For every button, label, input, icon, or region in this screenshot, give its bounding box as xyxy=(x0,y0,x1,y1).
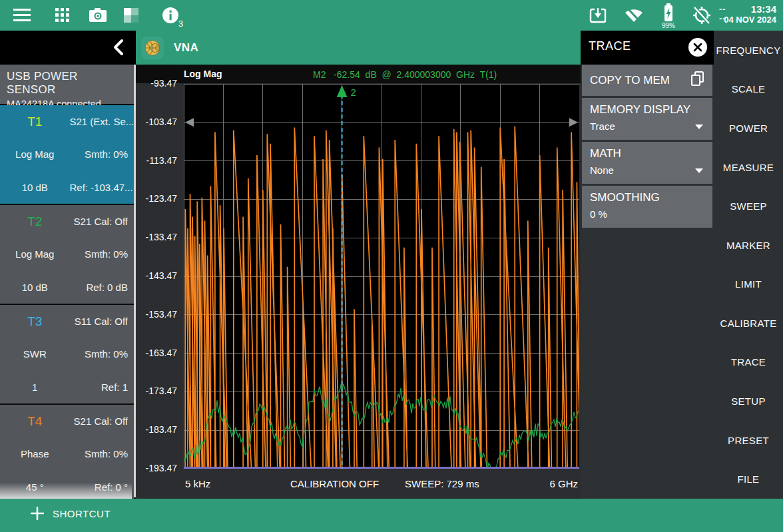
info-icon[interactable] xyxy=(162,7,179,27)
trace-param-label: S21 (Ext. Se... xyxy=(70,116,134,127)
save-screenshot-icon[interactable] xyxy=(589,7,607,27)
trace-t1-line xyxy=(185,127,579,469)
sidebar-header xyxy=(0,31,136,65)
memory-display-label: MEMORY DISPLAY xyxy=(590,103,704,117)
battery-percent: 99% xyxy=(662,22,675,29)
trace-format-label: Log Mag xyxy=(0,148,70,160)
trace-card-t3[interactable]: T3 S11 Cal: Off SWR Smth: 0% 1 Ref: 1 xyxy=(0,305,134,403)
add-shortcut-button[interactable]: SHORTCUT xyxy=(31,507,111,520)
trace-ref-label: Ref: 0 dB xyxy=(70,282,134,293)
app-header: VNA xyxy=(136,31,581,65)
menu-item-trace[interactable]: TRACE xyxy=(714,343,783,382)
trace-card-t1[interactable]: T1 S21 (Ext. Se... Log Mag Smth: 0% 10 d… xyxy=(0,105,134,204)
app-title: VNA xyxy=(174,41,198,55)
start-frequency-label: 5 kHz xyxy=(185,478,210,489)
copy-icon xyxy=(690,71,704,90)
ref-level-arrow-left xyxy=(185,118,194,127)
math-label: MATH xyxy=(590,147,704,160)
ref-level-arrow-right xyxy=(569,118,578,127)
smoothing-field[interactable]: SMOOTHING 0 % xyxy=(582,186,712,228)
menu-item-frequency[interactable]: FREQUENCY xyxy=(714,31,783,70)
menu-item-marker[interactable]: MARKER xyxy=(714,226,783,265)
trace-scale-label: 10 dB xyxy=(0,182,70,193)
math-value: None xyxy=(590,164,704,176)
hamburger-menu-icon[interactable] xyxy=(13,9,31,25)
trace-id-label: T4 xyxy=(0,414,70,429)
trace-smoothing-label: Smth: 0% xyxy=(70,348,134,360)
copy-to-mem-button[interactable]: COPY TO MEM xyxy=(582,65,712,96)
smoothing-label: SMOOTHING xyxy=(590,191,704,204)
trace-smoothing-label: Smth: 0% xyxy=(70,148,134,160)
shortcut-label: SHORTCUT xyxy=(53,508,111,519)
trace-format-label: Phase xyxy=(0,448,70,459)
chevron-down-icon xyxy=(695,168,703,173)
format-label: Log Mag xyxy=(184,69,222,79)
menu-item-preset[interactable]: PRESET xyxy=(714,421,783,460)
vna-main-area: VNA Log Mag M2 -62.54 dB @ 2.400003000 G… xyxy=(136,31,581,499)
trace-card-t2[interactable]: T2 S21 Cal: Off Log Mag Smth: 0% 10 dB R… xyxy=(0,205,134,304)
collapse-sidebar-icon[interactable] xyxy=(112,39,127,59)
trace-panel-title: TRACE xyxy=(589,39,631,53)
math-dropdown[interactable]: MATH None xyxy=(582,142,712,184)
trace-settings-panel: TRACE COPY TO MEM MEMORY DISPLAY Trace M… xyxy=(581,31,714,499)
marker-m2-flag[interactable] xyxy=(337,85,348,97)
apps-grid-icon[interactable] xyxy=(55,8,69,25)
plus-icon xyxy=(31,507,44,520)
trace-id-label: T3 xyxy=(0,314,70,329)
notification-count-badge: 3 xyxy=(178,19,183,29)
menu-item-calibrate[interactable]: CALIBRATE xyxy=(714,304,783,343)
trace-param-label: S11 Cal: Off xyxy=(70,316,134,327)
trace-param-label: S21 Cal: Off xyxy=(70,216,134,227)
trace-scale-label: 1 xyxy=(0,382,70,393)
usb-power-sensor-card: USB POWER SENSOR MA24218A connected xyxy=(0,65,134,104)
wifi-off-icon[interactable] xyxy=(623,7,645,26)
y-axis-tick-label: -113.47 xyxy=(136,155,177,166)
copy-to-mem-label: COPY TO MEM xyxy=(590,74,670,87)
marker-m2-number: 2 xyxy=(351,87,356,98)
close-panel-icon[interactable] xyxy=(688,38,707,57)
trace-id-label: T2 xyxy=(0,214,70,229)
trace-sidebar: USB POWER SENSOR MA24218A connected T1 S… xyxy=(0,31,136,499)
bottom-bar: SHORTCUT xyxy=(0,499,783,532)
stop-frequency-label: 6 GHz xyxy=(549,478,578,489)
trace-format-label: SWR xyxy=(0,348,70,360)
chart-footer: 5 kHz CALIBRATION OFF SWEEP: 729 ms 6 GH… xyxy=(136,469,581,499)
menu-item-scale[interactable]: SCALE xyxy=(714,70,783,109)
vna-app-icon[interactable] xyxy=(141,37,164,59)
marker-readout: M2 -62.54 dB @ 2.400003000 GHz T(1) xyxy=(313,69,497,80)
y-axis-tick-label: -163.47 xyxy=(136,348,177,358)
menu-item-sweep[interactable]: SWEEP xyxy=(714,186,783,226)
menu-item-power[interactable]: POWER xyxy=(714,109,783,148)
trace-ref-label: Ref: 1 xyxy=(70,382,134,393)
trace-format-label: Log Mag xyxy=(0,248,70,260)
display-checker-icon[interactable] xyxy=(124,8,138,25)
y-axis-tick-label: -123.47 xyxy=(136,193,177,204)
battery-icon[interactable]: 99% xyxy=(662,3,675,29)
y-axis-tick-label: -153.47 xyxy=(136,309,177,320)
smoothing-value: 0 % xyxy=(590,208,704,220)
chevron-down-icon xyxy=(695,125,703,129)
trace-panel-header: TRACE xyxy=(581,31,714,65)
gps-off-icon[interactable] xyxy=(691,5,712,29)
y-axis-tick-label: -133.47 xyxy=(136,232,177,242)
sidebar-scroll-fade xyxy=(0,483,132,499)
trace-param-label: S21 Cal: Off xyxy=(70,415,134,427)
menu-item-setup[interactable]: SETUP xyxy=(714,382,783,421)
usb-sensor-title: USB POWER SENSOR xyxy=(7,70,127,97)
top-status-bar: 3 99% -- xyxy=(0,0,783,31)
y-axis-tick-label: -173.47 xyxy=(136,386,177,396)
chart-plot[interactable]: 2 xyxy=(184,84,579,469)
menu-item-limit[interactable]: LIMIT xyxy=(714,264,783,304)
camera-screenshot-icon[interactable] xyxy=(89,7,109,26)
menu-item-measure[interactable]: MEASURE xyxy=(714,148,783,187)
calibration-status-label: CALIBRATION OFF xyxy=(290,478,379,489)
memory-display-dropdown[interactable]: MEMORY DISPLAY Trace xyxy=(582,98,712,140)
y-axis-tick-label: -183.47 xyxy=(136,424,177,435)
menu-item-file[interactable]: FILE xyxy=(714,459,783,499)
y-axis-tick-label: -93.47 xyxy=(136,78,177,89)
clock: 13:34 04 NOV 2024 xyxy=(724,3,776,25)
main-menu-column: FREQUENCYSCALEPOWERMEASURESWEEPMARKERLIM… xyxy=(714,31,783,499)
chart-format-bar: Log Mag M2 -62.54 dB @ 2.400003000 GHz T… xyxy=(136,65,581,83)
trace-id-label: T1 xyxy=(0,115,70,129)
trace-scale-label: 10 dB xyxy=(0,282,70,293)
